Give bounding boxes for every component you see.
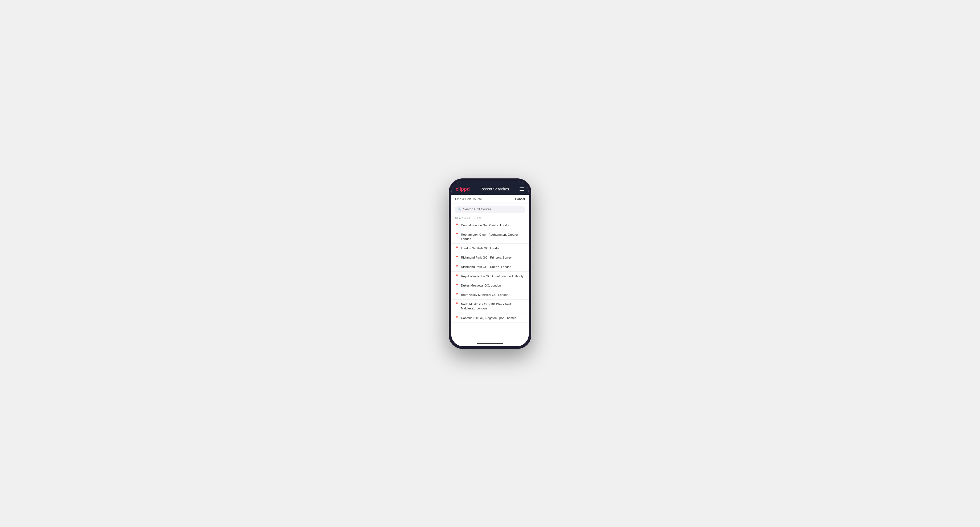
home-bar	[477, 343, 503, 344]
search-icon: 🔍	[458, 208, 461, 211]
home-indicator	[451, 341, 529, 346]
location-icon: 📍	[455, 224, 459, 227]
list-item[interactable]: 📍 Roehampton Club - Roehampton, Greater …	[451, 230, 529, 244]
cancel-button[interactable]: Cancel	[515, 197, 525, 201]
search-container: 🔍	[451, 203, 529, 215]
course-name: North Middlesex GC (1011942 - North Midd…	[461, 302, 525, 311]
menu-icon[interactable]	[520, 187, 524, 190]
list-item[interactable]: 📍 Richmond Park GC - Prince's, Surrey	[451, 253, 529, 262]
location-icon: 📍	[455, 265, 459, 268]
list-item[interactable]: 📍 Brent Valley Municipal GC, London	[451, 290, 529, 300]
app-logo: clippd	[456, 186, 470, 192]
list-item[interactable]: 📍 Dukes Meadows GC, London	[451, 281, 529, 290]
main-content: Find a Golf Course Cancel 🔍 Nearby cours…	[451, 195, 529, 341]
course-name: Brent Valley Municipal GC, London	[461, 293, 508, 297]
find-title: Find a Golf Course	[455, 197, 482, 201]
location-icon: 📍	[455, 293, 459, 296]
search-box: 🔍	[455, 206, 525, 213]
nearby-section-label: Nearby courses	[451, 215, 529, 221]
course-name: Central London Golf Centre, London	[461, 223, 510, 227]
phone-screen: clippd Recent Searches Find a Golf Cours…	[451, 181, 529, 346]
course-name: Dukes Meadows GC, London	[461, 283, 501, 287]
nav-title: Recent Searches	[480, 187, 509, 191]
nav-bar: clippd Recent Searches	[451, 184, 529, 195]
list-item[interactable]: 📍 Central London Golf Centre, London	[451, 221, 529, 230]
location-icon: 📍	[455, 316, 459, 319]
list-item[interactable]: 📍 London Scottish GC, London	[451, 244, 529, 253]
notch	[451, 181, 529, 184]
location-icon: 📍	[455, 284, 459, 287]
course-name: Coombe Hill GC, Kingston upon Thames	[461, 316, 516, 320]
list-item[interactable]: 📍 Coombe Hill GC, Kingston upon Thames	[451, 313, 529, 323]
course-name: London Scottish GC, London	[461, 246, 500, 250]
location-icon: 📍	[455, 233, 459, 236]
course-name: Royal Wimbledon GC, Great London Authori…	[461, 274, 523, 278]
location-icon: 📍	[455, 246, 459, 250]
location-icon: 📍	[455, 274, 459, 278]
phone-device: clippd Recent Searches Find a Golf Cours…	[449, 178, 531, 349]
course-name: Richmond Park GC - Duke's, London	[461, 265, 511, 269]
course-name: Roehampton Club - Roehampton, Greater Lo…	[461, 232, 525, 241]
list-item[interactable]: 📍 Richmond Park GC - Duke's, London	[451, 262, 529, 271]
list-item[interactable]: 📍 North Middlesex GC (1011942 - North Mi…	[451, 300, 529, 313]
location-icon: 📍	[455, 302, 459, 306]
location-icon: 📍	[455, 256, 459, 259]
find-header: Find a Golf Course Cancel	[451, 195, 529, 203]
search-input[interactable]	[463, 208, 522, 211]
list-item[interactable]: 📍 Royal Wimbledon GC, Great London Autho…	[451, 271, 529, 281]
courses-list: 📍 Central London Golf Centre, London 📍 R…	[451, 221, 529, 341]
course-name: Richmond Park GC - Prince's, Surrey	[461, 256, 512, 260]
